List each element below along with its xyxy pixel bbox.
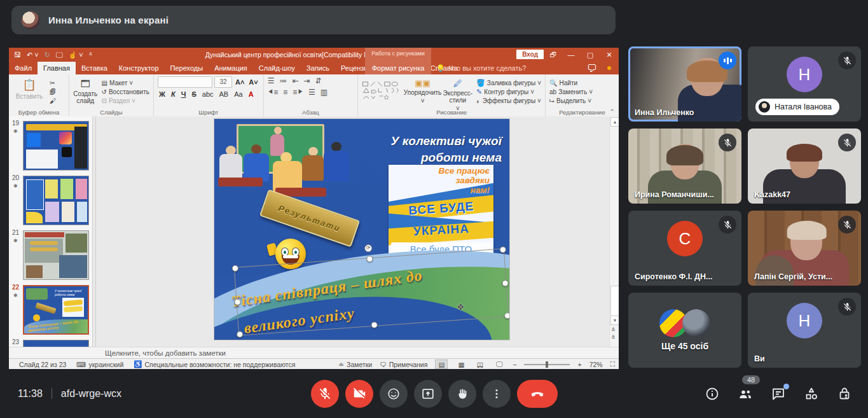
comments-bubble-icon[interactable]: 🗩 — [587, 63, 597, 74]
align-left-icon[interactable]: ⯇≡ — [268, 88, 279, 97]
normal-view-button[interactable]: ▤ — [435, 359, 448, 369]
tab-file[interactable]: Файл — [9, 62, 38, 74]
people-panel-button[interactable]: 48 — [737, 386, 754, 402]
increase-indent-icon[interactable]: ⇥ — [304, 76, 310, 85]
zoom-in-icon[interactable]: + — [577, 361, 581, 368]
strikethrough-button[interactable]: S — [190, 90, 197, 98]
chat-panel-button[interactable] — [770, 386, 787, 402]
customize-qat-icon[interactable]: ⸛ — [89, 51, 93, 59]
comments-toggle[interactable]: 🗨Примечания — [380, 361, 427, 368]
fit-to-window-icon[interactable]: ⛶ — [610, 360, 615, 368]
resize-handle[interactable] — [504, 312, 509, 319]
slide-scrollbar[interactable]: ▲ ▼ ≙ ≚ — [609, 116, 619, 347]
tab-insert[interactable]: Вставка — [76, 62, 113, 74]
quick-styles-button[interactable]: 🖉 Экспресс-стили˅ — [443, 76, 473, 108]
notes-toggle[interactable]: ≐Заметки — [338, 361, 372, 368]
find-button[interactable]: 🔍Найти — [549, 78, 593, 87]
previous-slide-icon[interactable]: ≙ — [611, 327, 616, 333]
participant-tile-you[interactable]: Н Ви — [748, 293, 861, 368]
slide-plaque-results[interactable]: Результати — [259, 189, 360, 247]
participant-tile-inna[interactable]: Инна Ильченко — [628, 46, 741, 122]
zoom-out-icon[interactable]: − — [513, 361, 516, 368]
align-right-icon[interactable]: ≡⯈ — [293, 88, 303, 97]
undo-icon[interactable]: ↶ ˅ — [27, 51, 39, 59]
slide-thumbnail-19[interactable] — [23, 121, 89, 171]
resize-handle[interactable] — [500, 246, 507, 253]
copy-icon[interactable]: 🗐 — [50, 87, 56, 96]
slide-22[interactable]: У колективі чужої роботи нема Все працює… — [214, 119, 509, 340]
slideshow-from-start-icon[interactable]: 🖵 — [56, 51, 63, 59]
tab-picture-format[interactable]: Формат рисунка — [365, 62, 431, 74]
slide-thumbnail-23[interactable] — [23, 340, 89, 347]
tab-transitions[interactable]: Переходы — [165, 62, 209, 74]
notes-pane[interactable]: Щелкните, чтобы добавить заметки — [9, 347, 619, 359]
accessibility-indicator[interactable]: ♿ Специальные возможности: не поддержива… — [134, 360, 295, 368]
ppt-titlebar[interactable]: 🖫 ↶ ˅ ↻ 🖵 ☝ ˅ ⸛ Дунайський центр професі… — [9, 48, 619, 62]
change-case-button[interactable]: Aa — [233, 90, 244, 98]
tab-slideshow[interactable]: Слайд-шоу — [253, 62, 301, 74]
slide-thumbnail-22-selected[interactable]: У колективі чужої роботи нема Тісна спів… — [23, 285, 89, 335]
slide-sorter-view-button[interactable]: ▦ — [455, 360, 467, 368]
language-indicator[interactable]: ⌨ украинский — [76, 361, 123, 368]
slide-image-vse-bude[interactable]: Все працює завдяки нам! ВСЕ БУДЕ УКРАЇНА… — [389, 165, 493, 258]
leave-call-button[interactable] — [517, 380, 558, 408]
present-screen-button[interactable] — [414, 380, 442, 408]
new-slide-button[interactable]: 🗔 Создать слайд — [73, 76, 98, 108]
paste-button[interactable]: 📋 Вставить — [13, 76, 46, 108]
zoom-level[interactable]: 72% — [589, 361, 603, 368]
font-color-button[interactable]: А — [247, 90, 255, 98]
tab-record[interactable]: Запись — [301, 62, 335, 74]
host-controls-button[interactable] — [836, 386, 853, 402]
collapse-ribbon-icon[interactable]: ⌃ — [610, 108, 615, 115]
shrink-font-icon[interactable]: A˅ — [247, 78, 259, 86]
justify-icon[interactable]: ☰ — [308, 88, 315, 97]
resize-handle[interactable] — [234, 298, 241, 305]
resize-handle[interactable] — [232, 265, 239, 272]
char-spacing-button[interactable]: АВ — [218, 90, 230, 98]
scrollbar-thumb[interactable] — [610, 286, 619, 316]
more-options-button[interactable] — [483, 380, 511, 408]
select-button[interactable]: ⮡Выделить ˅ — [549, 97, 593, 106]
participant-tile-kazakk47[interactable]: Kazakk47 — [748, 129, 861, 204]
decrease-indent-icon[interactable]: ⇤ — [292, 76, 298, 85]
section-button[interactable]: ⊟Раздел ˅ — [102, 97, 149, 106]
underline-button[interactable]: Ч — [180, 90, 188, 98]
slideshow-view-button[interactable]: 🖵 — [493, 360, 505, 368]
minimize-button[interactable]: — — [561, 48, 581, 62]
bullets-icon[interactable]: ☰ — [268, 76, 275, 85]
participant-tile-lapin[interactable]: Лапін Сергій, Усти... — [748, 211, 861, 286]
shape-gallery[interactable] — [362, 76, 403, 104]
participant-tile-syrotenko[interactable]: C Сиротенко Ф.І. ДН... — [628, 211, 741, 286]
font-size-box[interactable]: 32 — [214, 76, 232, 88]
bold-button[interactable]: Ж — [158, 90, 167, 98]
resize-handle[interactable] — [366, 256, 373, 263]
tab-home[interactable]: Главная — [38, 62, 76, 74]
redo-icon[interactable]: ↻ — [45, 51, 50, 59]
maximize-button[interactable]: ▢ — [581, 48, 600, 62]
arrange-button[interactable]: ▣▣ Упорядочить˅ — [406, 76, 439, 108]
camera-toggle-button[interactable] — [345, 380, 373, 408]
zoom-slider-thumb[interactable] — [546, 361, 548, 368]
rotate-handle[interactable]: ⟳ — [364, 244, 373, 253]
shape-effects-button[interactable]: ◐Эффекты фигуры ˅ — [476, 97, 541, 106]
mic-toggle-button[interactable] — [311, 380, 339, 408]
meeting-details-button[interactable] — [704, 386, 720, 402]
shape-outline-button[interactable]: ✎Контур фигуры ˅ — [476, 87, 541, 96]
replace-button[interactable]: abЗаменить ˅ — [549, 87, 593, 96]
tell-me-box[interactable]: 💡 Что вы хотите сделать? — [436, 62, 526, 74]
ribbon-display-options-icon[interactable]: 🗗 — [544, 48, 563, 62]
grow-font-icon[interactable]: A˄ — [234, 78, 245, 86]
zoom-slider[interactable] — [524, 364, 570, 365]
next-slide-icon[interactable]: ≚ — [611, 335, 616, 340]
reading-view-button[interactable]: 🕮 — [474, 360, 486, 368]
save-icon[interactable]: 🖫 — [14, 51, 21, 59]
slide-thumbnail-21[interactable] — [23, 230, 89, 280]
italic-button[interactable]: К — [170, 90, 177, 98]
scroll-down-icon[interactable]: ▼ — [610, 316, 619, 325]
shadow-button[interactable]: abc — [201, 90, 215, 98]
close-button[interactable]: ✕ — [600, 48, 619, 62]
numbering-icon[interactable]: ≔ — [279, 76, 287, 85]
ppt-quick-access-toolbar[interactable]: 🖫 ↶ ˅ ↻ 🖵 ☝ ˅ ⸛ — [9, 51, 92, 59]
columns-icon[interactable]: ▥ — [320, 88, 327, 97]
slide-thumbnail-panel[interactable]: 19 ✱ 20 ✱ — [9, 116, 93, 347]
